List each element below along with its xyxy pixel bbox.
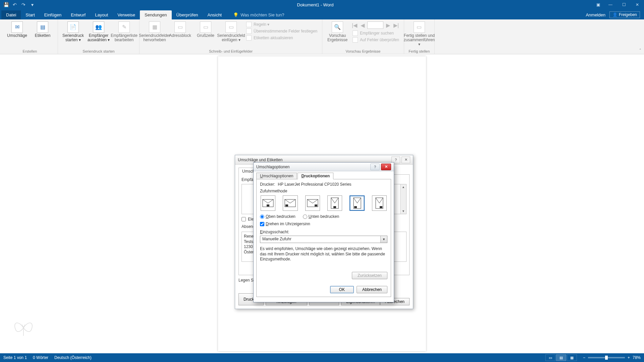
feed-note: Es wird empfohlen, Umschläge wie oben ge… — [260, 246, 387, 262]
tab-layout[interactable]: Layout — [90, 10, 113, 19]
feed-option-1[interactable] — [261, 195, 275, 211]
greeting-line-button: ▭ Grußzeile — [194, 21, 217, 38]
start-mailmerge-button[interactable]: 📄 Seriendruck starten ▾ — [61, 21, 85, 42]
match-fields-label: Übereinstimmende Felder festlegen — [254, 29, 317, 34]
rules-button: Regeln ▾ — [245, 21, 319, 27]
dialog2-tab-print-options[interactable]: Druckoptionen — [298, 173, 333, 179]
zoom-value[interactable]: 78% — [633, 355, 641, 360]
recipient-scrollbar[interactable]: ▲ ▼ — [400, 184, 406, 214]
select-recipients-button[interactable]: 👥 Empfänger auswählen ▾ — [87, 21, 110, 42]
svg-rect-11 — [380, 206, 382, 208]
rotate-label: rehen im Uhrzeigersinn — [269, 222, 310, 226]
feed-option-6[interactable] — [372, 195, 387, 211]
ok-button[interactable]: OK — [330, 286, 354, 293]
feed-tray-label: inzugsschacht: — [263, 230, 289, 234]
feed-option-2[interactable] — [283, 195, 298, 211]
web-layout-button[interactable]: ▦ — [567, 354, 577, 361]
feed-option-4[interactable] — [327, 195, 342, 211]
group-preview-label: Vorschau Ergebnisse — [346, 49, 381, 53]
group-create-label: Erstellen — [23, 49, 37, 53]
first-record-button: |◀ — [351, 22, 358, 28]
minimize-button[interactable]: — — [604, 0, 617, 9]
share-button[interactable]: 👤 Freigeben — [609, 11, 640, 18]
record-number-input — [367, 21, 383, 29]
status-page[interactable]: Seite 1 von 1 — [3, 355, 27, 360]
fields-stack: Regeln ▾ Übereinstimmende Felder festleg… — [245, 21, 319, 41]
envelopes-button[interactable]: ✉ Umschläge — [5, 21, 29, 38]
zoom-in-button[interactable]: + — [628, 355, 630, 360]
svg-rect-9 — [354, 206, 357, 208]
face-up-radio-input[interactable] — [260, 215, 264, 219]
tab-review[interactable]: Überprüfen — [172, 10, 203, 19]
scroll-down-icon[interactable]: ▼ — [400, 208, 406, 214]
undo-icon[interactable]: ↶ — [11, 1, 18, 8]
ribbon-tabs: Datei Start Einfügen Entwurf Layout Verw… — [0, 9, 644, 19]
tab-view[interactable]: Ansicht — [203, 10, 227, 19]
feed-method-icons — [261, 195, 387, 211]
tab-print-text: ruckoptionen — [304, 174, 330, 178]
feed-tray-combobox[interactable]: Manuelle Zufuhr ▼ — [260, 236, 387, 243]
dialog2-tabs: Umschlagoptionen Druckoptionen — [256, 173, 391, 179]
scroll-up-icon[interactable]: ▲ — [400, 184, 406, 190]
tab-mailings[interactable]: Sendungen — [140, 10, 172, 19]
quick-access-toolbar: 💾 ↶ ↷ ▾ — [0, 1, 38, 8]
redo-icon[interactable]: ↷ — [20, 1, 27, 8]
cancel-button[interactable]: Abbrechen — [357, 286, 387, 293]
finish-merge-label: Fertig stellen und zusammenführen ▾ — [404, 34, 435, 47]
face-up-radio[interactable]: Oben bedrucken — [260, 214, 296, 219]
status-language[interactable]: Deutsch (Österreich) — [54, 355, 92, 360]
update-labels-button: Etiketten aktualisieren — [245, 35, 319, 41]
dialog2-titlebar[interactable]: Umschlagoptionen ? ✕ — [254, 163, 394, 171]
feed-tray-dropdown-button[interactable]: ▼ — [380, 236, 387, 243]
dialog2-close-button[interactable]: ✕ — [381, 164, 391, 170]
eporto-checkbox-input[interactable] — [241, 217, 246, 222]
labels-label: Etiketten — [35, 34, 51, 38]
record-navigation: |◀ ◀ ▶ ▶| — [351, 21, 400, 29]
dialog2-tab-envelope-options[interactable]: Umschlagoptionen — [256, 173, 297, 179]
status-words[interactable]: 0 Wörter — [33, 355, 48, 360]
address-block-button: ▭ Adressblock — [168, 21, 192, 38]
customize-qat-icon[interactable]: ▾ — [29, 1, 36, 8]
clockwise-rotation-checkbox[interactable]: Drehen im Uhrzeigersinn — [260, 222, 387, 226]
printer-label: Drucker: — [260, 182, 275, 187]
share-label: Freigeben — [619, 12, 637, 17]
sign-in-link[interactable]: Anmelden — [586, 12, 605, 17]
find-recipient-button: Empfänger suchen — [351, 30, 400, 36]
tab-file[interactable]: Datei — [1, 10, 21, 19]
dialog2-help-button[interactable]: ? — [370, 164, 380, 170]
tab-references[interactable]: Verweise — [113, 10, 140, 19]
print-layout-button[interactable]: ▤ — [556, 354, 566, 361]
tell-me-placeholder: Was möchten Sie tun? — [240, 12, 284, 17]
close-button[interactable]: ✕ — [631, 0, 644, 9]
zoom-out-button[interactable]: − — [583, 355, 585, 360]
finish-merge-button: ▭ Fertig stellen und zusammenführen ▾ — [408, 21, 431, 47]
share-icon: 👤 — [612, 12, 618, 17]
zoom-slider[interactable] — [588, 357, 625, 358]
face-down-radio[interactable]: Unten bedrucken — [303, 214, 339, 219]
labels-button[interactable]: ▤ Etiketten — [31, 21, 54, 38]
face-down-radio-input[interactable] — [303, 215, 307, 219]
update-labels-label: Etiketten aktualisieren — [254, 36, 293, 40]
save-icon[interactable]: 💾 — [3, 1, 9, 8]
collapse-ribbon-button[interactable]: ˄ — [639, 48, 641, 53]
tab-insert[interactable]: Einfügen — [40, 10, 66, 19]
read-mode-button[interactable]: ▭ — [545, 354, 555, 361]
zoom-slider-thumb[interactable] — [605, 356, 608, 360]
dialog1-close-button[interactable]: ✕ — [401, 157, 410, 163]
tab-print-hotkey: D — [301, 174, 304, 178]
tab-design[interactable]: Entwurf — [66, 10, 90, 19]
tray-hotkey: E — [260, 230, 263, 234]
group-write-insert-fields: ▦ Seriendruckfelder hervorheben ▭ Adress… — [140, 19, 322, 54]
tab-start[interactable]: Start — [21, 10, 39, 19]
insert-merge-field-button: ▭ Seriendruckfeld einfügen ▾ — [219, 21, 243, 42]
maximize-button[interactable]: ☐ — [617, 0, 631, 9]
feed-option-3[interactable] — [305, 195, 320, 211]
last-record-button: ▶| — [393, 22, 399, 28]
tell-me-search[interactable]: 💡 Was möchten Sie tun? — [233, 12, 284, 19]
feed3-icon — [307, 199, 318, 207]
envelopes-label: Umschläge — [7, 34, 27, 38]
clockwise-rotation-checkbox-input[interactable] — [260, 222, 264, 226]
feed-option-5-selected[interactable] — [350, 195, 364, 211]
ribbon-display-options-icon[interactable]: ▣ — [592, 0, 604, 9]
ribbon: ✉ Umschläge ▤ Etiketten Erstellen 📄 Seri… — [0, 19, 644, 54]
